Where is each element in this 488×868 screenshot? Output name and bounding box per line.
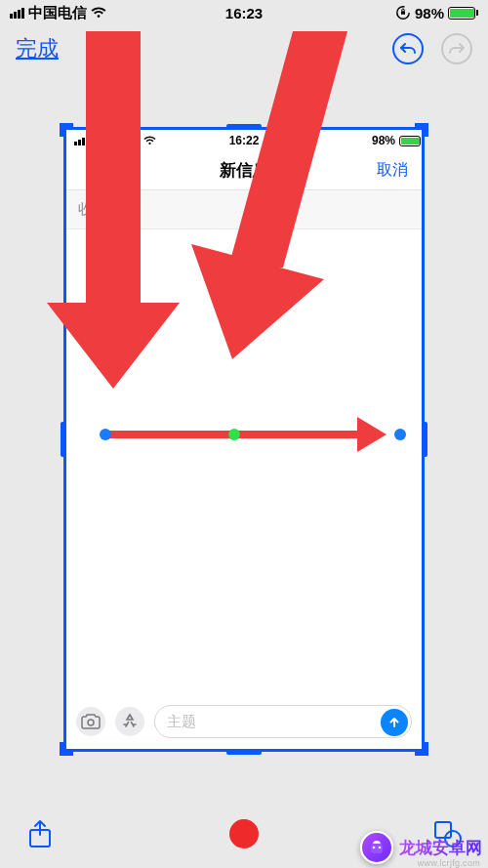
svg-rect-11 [371,844,383,853]
crop-handle-top[interactable] [226,124,262,130]
status-bar: 中国电信 16:23 98% [0,0,488,25]
crop-border [63,127,425,752]
crop-handle-bottom-left[interactable] [60,742,73,756]
battery-percent: 98% [415,5,444,21]
editor-toolbar: 完成 [0,25,488,72]
carrier-label: 中国电信 [28,4,87,22]
watermark-url: www.lcrjfg.com [418,858,480,868]
redo-button[interactable] [441,33,472,64]
battery-icon [448,7,478,20]
svg-rect-1 [401,11,405,15]
share-button[interactable] [23,817,57,850]
watermark-brand: 龙城安卓网 [399,837,482,859]
signal-icon [10,8,24,19]
status-left: 中国电信 [10,4,106,22]
done-button[interactable]: 完成 [16,34,59,63]
wifi-icon [91,7,106,19]
crop-handle-left[interactable] [61,422,66,457]
undo-button[interactable] [392,33,424,64]
status-right: 98% [395,5,478,21]
crop-frame[interactable]: 中…电信 16:22 98% 新信息 取消 收件 : [63,127,425,752]
svg-point-12 [373,847,376,849]
crop-handle-bottom-right[interactable] [415,742,428,756]
orientation-lock-icon [395,5,411,21]
crop-handle-bottom[interactable] [226,749,262,755]
crop-handle-top-right[interactable] [415,123,428,137]
crop-handle-right[interactable] [422,422,427,457]
color-picker-red[interactable] [229,819,259,848]
crop-handle-top-left[interactable] [60,123,73,137]
watermark-badge-icon [360,831,393,864]
svg-point-13 [379,847,382,849]
